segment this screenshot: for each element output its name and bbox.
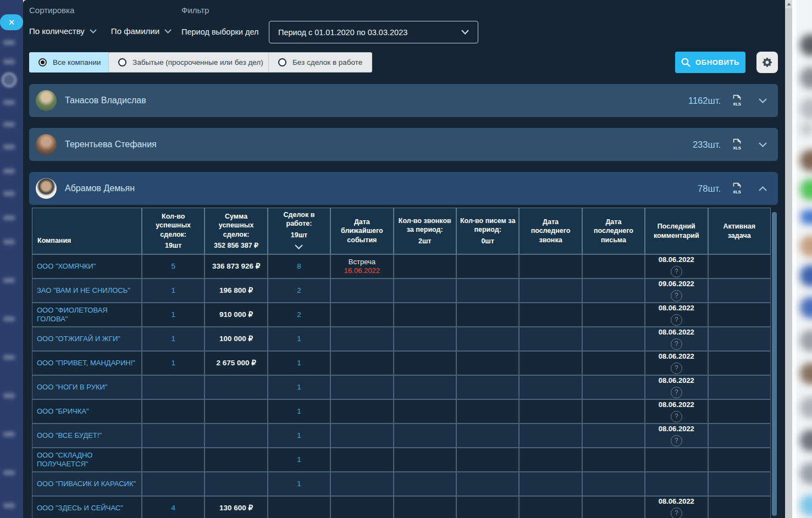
question-icon[interactable]: ? xyxy=(671,411,682,422)
question-icon[interactable]: ? xyxy=(671,435,682,447)
success-count-value: 4 xyxy=(171,504,175,513)
radio-all-companies[interactable]: Все компании xyxy=(29,52,110,73)
company-link[interactable]: ООО "СКЛАДНО ПОЛУЧАЕТСЯ" xyxy=(37,451,137,469)
company-link[interactable]: ООО "НОГИ В РУКИ" xyxy=(37,383,108,392)
radio-no-deals[interactable]: Без сделок в работе xyxy=(268,52,372,73)
question-icon[interactable]: ? xyxy=(671,290,682,302)
radio-forgotten-label: Забытые (просроченные или без дел) xyxy=(132,58,263,66)
background-avatar xyxy=(800,330,812,352)
question-icon[interactable]: ? xyxy=(671,508,682,518)
question-icon[interactable]: ? xyxy=(671,363,682,374)
column-title: Кол-во успешных сделок: xyxy=(145,212,201,239)
column-header[interactable]: Сделок в работе:19шт xyxy=(268,208,330,254)
svg-text:XLS: XLS xyxy=(733,102,741,107)
in-work-value: 1 xyxy=(297,431,301,441)
period-label: Период выборки дел xyxy=(181,27,258,36)
screen: { "colors": {"accent": "#29b9f2", "dange… xyxy=(0,0,812,518)
next-event-cell xyxy=(330,496,393,518)
company-link[interactable]: ООО "БРИЧКА" xyxy=(37,407,89,416)
letters-cell xyxy=(456,375,519,399)
next-event-cell xyxy=(330,303,393,327)
manager-row[interactable]: Терентьева Стефания233шт.XLS xyxy=(29,128,778,161)
last-comment-cell: 09.06.2022? xyxy=(645,279,708,303)
sort-by-count-select[interactable]: По количеству xyxy=(29,26,97,36)
sort-by-surname-select[interactable]: По фамилии xyxy=(111,26,172,36)
calls-cell xyxy=(394,375,456,399)
last-comment-cell xyxy=(645,448,708,472)
settings-button[interactable] xyxy=(756,52,778,73)
chevron-up-icon[interactable] xyxy=(759,186,767,191)
calls-cell xyxy=(394,472,456,496)
period-select[interactable]: Период с 01.01.2020 по 03.03.2023 xyxy=(269,21,478,43)
filter-section-title: Фильтр xyxy=(181,5,209,15)
column-header: Кол-во звонков за период:2шт xyxy=(394,208,456,254)
background-avatar xyxy=(800,149,812,171)
manager-row[interactable]: Танасов Владислав1162шт.XLS xyxy=(29,84,778,117)
question-icon[interactable]: ? xyxy=(671,266,682,277)
company-link[interactable]: ООО "ПРИВЕТ, МАНДАРИН!" xyxy=(37,359,135,367)
company-link[interactable]: ООО "ХОМЯЧКИ" xyxy=(37,262,96,271)
xls-export-icon[interactable]: XLS xyxy=(732,94,742,107)
success-count-value: 1 xyxy=(171,335,175,344)
column-header: Сумма успешных сделок:352 856 387 ₽ xyxy=(205,208,267,254)
radio-forgotten[interactable]: Забытые (просроченные или без дел) xyxy=(108,52,273,73)
last-comment-date: 08.06.2022 xyxy=(659,400,694,409)
background-avatar xyxy=(800,363,812,385)
calls-cell xyxy=(394,399,456,424)
question-icon[interactable]: ? xyxy=(671,387,682,398)
in-work-cell: 1 xyxy=(268,448,330,472)
sort-by-count-label: По количеству xyxy=(29,26,85,36)
table-row: ООО "ЗДЕСЬ И СЕЙЧАС"4130 600 ₽08.06.2022… xyxy=(32,496,771,518)
in-work-value: 8 xyxy=(297,262,301,271)
question-icon[interactable]: ? xyxy=(671,338,682,350)
success-count-value: 1 xyxy=(171,310,175,320)
letters-cell xyxy=(456,279,519,303)
avatar xyxy=(36,178,57,199)
scrollbar-up-button[interactable] xyxy=(785,0,792,8)
xls-export-icon[interactable]: XLS xyxy=(732,138,742,151)
refresh-label: ОБНОВИТЬ xyxy=(695,58,739,66)
background-avatar xyxy=(800,98,812,120)
question-icon[interactable]: ? xyxy=(671,314,682,326)
chevron-down-icon xyxy=(90,29,97,34)
last-comment-cell: 08.06.2022? xyxy=(645,254,708,279)
company-link[interactable]: ООО "ВСЕ БУДЕТ!" xyxy=(37,431,102,440)
last-comment-date: 08.06.2022 xyxy=(659,352,694,361)
active-task-cell xyxy=(708,279,771,303)
company-link[interactable]: ООО "ПИВАСИК И КАРАСИК" xyxy=(37,480,136,488)
chevron-down-icon[interactable] xyxy=(759,98,767,103)
success-sum-cell: 336 873 926 ₽ xyxy=(205,254,267,279)
close-button[interactable]: ✕ xyxy=(0,14,23,30)
company-link[interactable]: ООО "ОТЖИГАЙ И ЖГИ" xyxy=(37,335,120,343)
window-scrollbar[interactable] xyxy=(785,0,792,518)
active-task-cell xyxy=(708,254,771,279)
company-link[interactable]: ЗАО "ВАМ И НЕ СНИЛОСЬ" xyxy=(37,286,130,295)
success-sum-cell xyxy=(205,448,267,472)
last-letter-cell xyxy=(582,424,645,448)
in-work-cell: 1 xyxy=(268,399,330,424)
last-letter-cell xyxy=(582,327,645,351)
success-sum-cell: 130 600 ₽ xyxy=(205,496,267,518)
last-letter-cell xyxy=(582,496,645,518)
table-row: ООО "ОТЖИГАЙ И ЖГИ"1100 000 ₽108.06.2022… xyxy=(32,327,771,351)
company-link[interactable]: ООО "ФИОЛЕТОВАЯ ГОЛОВА" xyxy=(37,306,137,324)
manager-name: Танасов Владислав xyxy=(65,96,146,105)
last-comment-date: 09.06.2022 xyxy=(659,280,694,288)
refresh-button[interactable]: ОБНОВИТЬ xyxy=(675,52,745,73)
left-sidebar xyxy=(0,0,23,518)
triangle-up-icon xyxy=(787,3,791,5)
chevron-down-icon xyxy=(164,29,172,34)
xls-export-icon[interactable]: XLS xyxy=(732,182,742,194)
active-task-cell xyxy=(708,351,771,375)
last-comment-date: 08.06.2022 xyxy=(659,425,694,433)
gear-icon xyxy=(761,57,773,68)
chevron-down-icon[interactable] xyxy=(759,142,767,147)
success-sum-cell: 100 000 ₽ xyxy=(205,327,267,351)
company-link[interactable]: ООО "ЗДЕСЬ И СЕЙЧАС" xyxy=(37,504,123,513)
table-scrollbar[interactable] xyxy=(772,212,777,516)
table-row: ЗАО "ВАМ И НЕ СНИЛОСЬ"1196 800 ₽209.06.2… xyxy=(32,279,771,303)
manager-row[interactable]: Абрамов Демьян78шт.XLS xyxy=(29,172,778,205)
last-call-cell xyxy=(519,496,582,518)
active-task-cell xyxy=(708,448,771,472)
sort-chevron-icon[interactable] xyxy=(295,243,303,252)
